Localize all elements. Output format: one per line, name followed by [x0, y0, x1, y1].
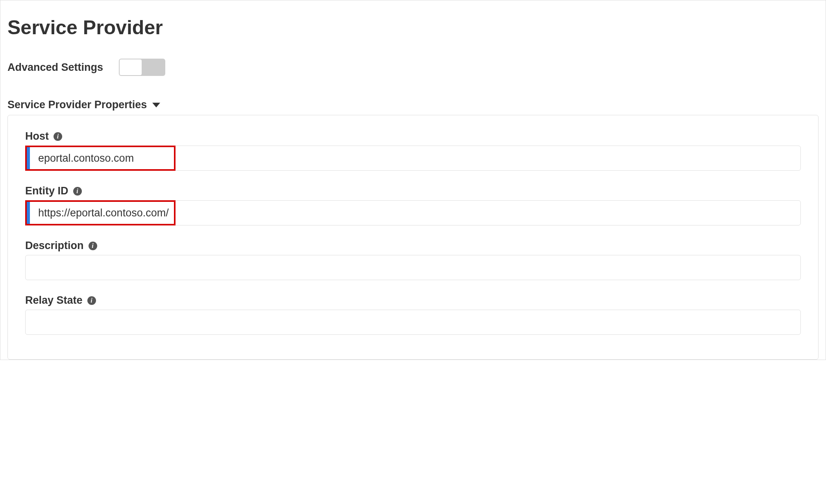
info-icon[interactable]: i [54, 132, 62, 141]
info-icon[interactable]: i [87, 296, 96, 305]
info-icon[interactable]: i [73, 187, 82, 196]
host-input[interactable] [25, 146, 801, 171]
section-title: Service Provider Properties [7, 99, 147, 111]
toggle-thumb [120, 59, 142, 75]
description-input[interactable] [25, 255, 801, 280]
relay-state-label: Relay State [25, 294, 83, 306]
info-icon[interactable]: i [89, 242, 97, 250]
page-title: Service Provider [7, 16, 819, 39]
description-label: Description [25, 240, 84, 252]
chevron-down-icon [152, 103, 160, 107]
entity-id-label: Entity ID [25, 185, 68, 197]
entity-id-input[interactable] [25, 200, 801, 225]
advanced-settings-toggle[interactable] [119, 59, 165, 76]
relay-state-input[interactable] [25, 310, 801, 335]
properties-panel: Host i Entity ID i Description [7, 115, 819, 360]
host-label: Host [25, 130, 49, 142]
service-provider-properties-header[interactable]: Service Provider Properties [7, 99, 819, 111]
advanced-settings-label: Advanced Settings [7, 61, 103, 74]
